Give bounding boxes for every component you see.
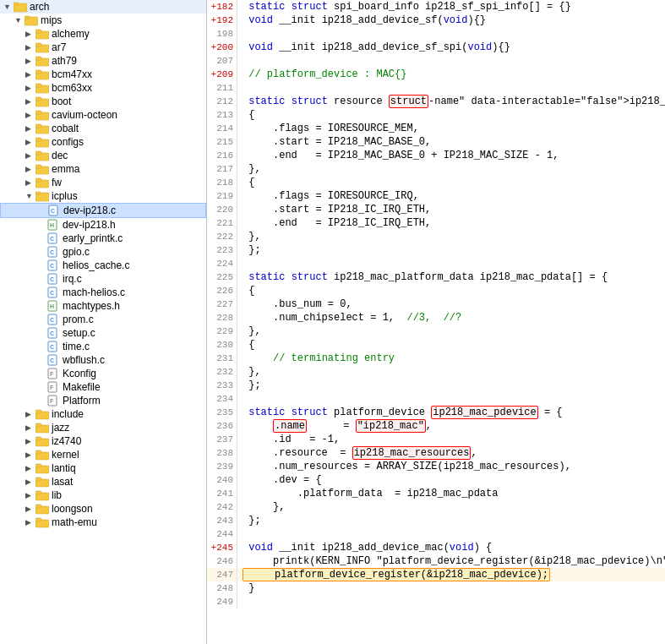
line-number: 242	[207, 500, 237, 514]
tree-arrow[interactable]	[25, 165, 35, 173]
sidebar-item-setup.c[interactable]: Csetup.c	[0, 326, 206, 340]
sidebar-item-mach-helios.c[interactable]: Cmach-helios.c	[0, 286, 206, 299]
code-line: 219 .flags = IORESOURCE_IRQ,	[207, 189, 665, 203]
line-number: 212	[207, 95, 237, 108]
sidebar-item-kernel[interactable]: kernel	[0, 448, 206, 461]
sidebar-item-Makefile[interactable]: FMakefile	[0, 380, 206, 394]
tree-arrow[interactable]	[14, 16, 25, 25]
sidebar-item-machtypes.h[interactable]: Hmachtypes.h	[0, 299, 206, 313]
sidebar-item-emma[interactable]: emma	[0, 162, 206, 176]
sidebar-item-iz4740[interactable]: iz4740	[0, 434, 206, 448]
tree-arrow[interactable]	[25, 437, 35, 445]
tree-arrow[interactable]	[25, 138, 35, 146]
sidebar-item-configs[interactable]: configs	[0, 135, 206, 149]
code-line: 229 },	[207, 325, 665, 338]
tree-arrow[interactable]	[3, 3, 14, 11]
sidebar-item-alchemy[interactable]: alchemy	[0, 27, 206, 41]
sidebar-item-dev-ip218.h[interactable]: Hdev-ip218.h	[0, 218, 206, 232]
sidebar-item-lib[interactable]: lib	[0, 488, 206, 502]
sidebar-item-dev-ip218.c[interactable]: Cdev-ip218.c	[0, 203, 206, 218]
tree-arrow[interactable]	[25, 450, 35, 459]
sidebar-item-ath79[interactable]: ath79	[0, 54, 206, 68]
folder-icon	[35, 109, 49, 121]
svg-rect-70	[35, 450, 41, 454]
line-number: +192	[207, 14, 237, 27]
sidebar-item-jazz[interactable]: jazz	[0, 421, 206, 434]
file-icon: C	[46, 273, 60, 285]
file-icon: C	[46, 287, 60, 298]
file-icon: C	[47, 205, 61, 216]
sidebar-item-helios_cache.c[interactable]: Chelios_cache.c	[0, 259, 206, 272]
folder-icon	[35, 123, 49, 134]
code-text: void __init ip218_add_device_sf_spi(void…	[243, 41, 665, 54]
tree-arrow[interactable]	[25, 518, 35, 527]
line-number: 234	[207, 392, 237, 406]
tree-arrow[interactable]	[25, 124, 35, 133]
tree-arrow[interactable]	[25, 70, 35, 79]
sidebar-item-arch[interactable]: arch	[0, 0, 206, 14]
tree-arrow[interactable]	[25, 478, 35, 486]
tree-item-label: machtypes.h	[63, 300, 120, 312]
code-line: 243 };	[207, 514, 665, 527]
tree-arrow[interactable]	[25, 491, 35, 499]
sidebar-item-Kconfig[interactable]: FKconfig	[0, 367, 206, 380]
sidebar-item-icplus[interactable]: icplus	[0, 189, 206, 203]
sidebar-item-cobalt[interactable]: cobalt	[0, 122, 206, 135]
sidebar-item-dec[interactable]: dec	[0, 149, 206, 162]
svg-rect-66	[35, 423, 41, 427]
sidebar-item-include[interactable]: include	[0, 407, 206, 421]
sidebar-item-lantiq[interactable]: lantiq	[0, 461, 206, 475]
sidebar-item-irq.c[interactable]: Cirq.c	[0, 272, 206, 286]
folder-icon	[35, 476, 49, 488]
tree-arrow[interactable]	[25, 464, 35, 472]
sidebar-item-prom.c[interactable]: Cprom.c	[0, 313, 206, 326]
tree-arrow[interactable]	[25, 410, 35, 418]
sidebar-item-fw[interactable]: fw	[0, 176, 206, 189]
tree-arrow[interactable]	[25, 57, 35, 65]
tree-arrow[interactable]	[25, 111, 35, 119]
sidebar-item-Platform[interactable]: FPlatform	[0, 394, 206, 407]
tree-arrow[interactable]	[25, 505, 35, 513]
sidebar-item-loongson[interactable]: loongson	[0, 502, 206, 516]
tree-item-label: iz4740	[52, 435, 81, 447]
svg-rect-7	[35, 30, 41, 33]
code-line: 227 .bus_num = 0,	[207, 297, 665, 311]
code-text: static struct resource struct-name" data…	[243, 95, 665, 108]
sidebar-item-boot[interactable]: boot	[0, 95, 206, 108]
sidebar-item-cavium-octeon[interactable]: cavium-octeon	[0, 108, 206, 122]
code-text: .num_resources = ARRAY_SIZE(ip218_mac_re…	[243, 460, 665, 473]
tree-arrow[interactable]	[25, 30, 35, 38]
sidebar-item-early_printk.c[interactable]: Cearly_printk.c	[0, 232, 206, 245]
line-number: 214	[207, 122, 237, 135]
tree-item-label: early_printk.c	[63, 232, 123, 244]
tree-arrow[interactable]	[25, 192, 35, 200]
tree-arrow[interactable]	[25, 97, 35, 106]
sidebar-item-ar7[interactable]: ar7	[0, 41, 206, 54]
sidebar-item-mips[interactable]: mips	[0, 14, 206, 27]
sidebar-item-math-emu[interactable]: math-emu	[0, 516, 206, 529]
tree-item-label: prom.c	[63, 314, 94, 325]
tree-arrow[interactable]	[25, 84, 35, 92]
folder-icon	[35, 489, 49, 501]
sidebar-item-bcm47xx[interactable]: bcm47xx	[0, 68, 206, 81]
svg-rect-25	[35, 151, 41, 155]
file-tree[interactable]: archmipsalchemyar7ath79bcm47xxbcm63xxboo…	[0, 0, 207, 644]
sidebar-item-time.c[interactable]: Ctime.c	[0, 340, 206, 353]
code-line: 231 // terminating entry	[207, 352, 665, 365]
tree-arrow[interactable]	[25, 43, 35, 52]
code-text: },	[243, 500, 665, 514]
code-line: 221 .end = IP218_IC_IRQ_ETH,	[207, 216, 665, 230]
sidebar-item-wbflush.c[interactable]: Cwbflush.c	[0, 353, 206, 367]
tree-arrow[interactable]	[25, 151, 35, 160]
tree-arrow[interactable]	[25, 178, 35, 187]
svg-rect-74	[35, 478, 41, 481]
sidebar-item-bcm63xx[interactable]: bcm63xx	[0, 81, 206, 95]
svg-text:H: H	[50, 222, 54, 228]
tree-item-label: bcm47xx	[52, 68, 92, 80]
tree-arrow[interactable]	[25, 423, 35, 432]
folder-icon	[35, 41, 49, 53]
line-number: 244	[207, 527, 237, 541]
sidebar-item-gpio.c[interactable]: Cgpio.c	[0, 245, 206, 259]
svg-rect-72	[35, 464, 41, 467]
sidebar-item-lasat[interactable]: lasat	[0, 475, 206, 488]
